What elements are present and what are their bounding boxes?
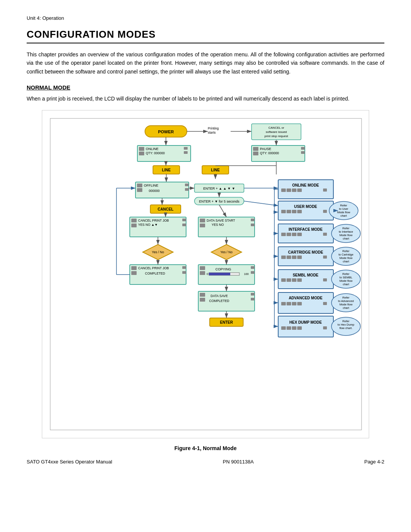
svg-text:ENTER: ENTER: [220, 320, 233, 324]
svg-rect-38: [137, 188, 142, 192]
svg-rect-76: [131, 224, 137, 227]
breadcrumb: Unit 4: Operation: [27, 15, 384, 21]
svg-rect-95: [297, 233, 302, 236]
svg-text:Mode flow: Mode flow: [339, 256, 353, 260]
svg-rect-168: [287, 302, 291, 305]
svg-rect-87: [251, 219, 255, 221]
svg-rect-65: [292, 210, 296, 213]
svg-rect-131: [200, 266, 205, 270]
section1-heading: NORMAL MODE: [27, 84, 384, 91]
svg-rect-67: [323, 210, 327, 213]
svg-rect-17: [184, 147, 188, 150]
svg-rect-64: [287, 210, 291, 213]
svg-rect-146: [297, 278, 302, 282]
section1-body: When a print job is received, the LCD wi…: [27, 94, 384, 103]
footer-middle: PN 9001138A: [223, 459, 254, 465]
svg-text:ONLINE MODE: ONLINE MODE: [292, 183, 319, 187]
svg-rect-132: [200, 271, 205, 275]
svg-rect-159: [200, 298, 205, 302]
svg-text:PAUSE: PAUSE: [260, 147, 271, 151]
svg-text:to SEMBL: to SEMBL: [339, 276, 352, 279]
page-title: CONFIGURATION MODES: [27, 29, 384, 43]
svg-rect-20: [253, 147, 258, 151]
svg-rect-183: [281, 326, 286, 330]
svg-text:COMPLETED: COMPLETED: [209, 299, 229, 303]
svg-rect-162: [251, 293, 255, 296]
svg-rect-56: [323, 189, 327, 192]
svg-text:CANCEL PRINT JOB: CANCEL PRINT JOB: [138, 266, 169, 270]
svg-rect-55: [297, 189, 302, 192]
svg-text:000000: 000000: [149, 189, 160, 193]
svg-rect-63: [281, 210, 286, 213]
svg-text:Yes / No: Yes / No: [220, 250, 233, 254]
svg-text:chart: chart: [343, 237, 350, 240]
svg-text:LINE: LINE: [162, 168, 171, 172]
svg-text:Refer: Refer: [342, 272, 350, 276]
svg-rect-139: [251, 271, 255, 274]
svg-rect-13: [139, 147, 144, 151]
svg-text:QTY: 000000: QTY: 000000: [146, 151, 165, 155]
svg-rect-167: [281, 302, 286, 305]
svg-rect-169: [292, 302, 296, 305]
diagram-container: POWER Printing starts CANCEL or software…: [42, 110, 369, 438]
svg-text:print stop request: print stop request: [264, 134, 288, 138]
footer-left: SATO GT4xxe Series Operator Manual: [27, 459, 112, 465]
svg-text:to Hex Dump: to Hex Dump: [338, 323, 354, 326]
svg-text:0: 0: [207, 272, 208, 276]
svg-text:COMPLETED: COMPLETED: [145, 272, 165, 275]
svg-rect-88: [251, 224, 255, 226]
svg-rect-52: [281, 189, 286, 192]
svg-rect-186: [297, 326, 302, 330]
svg-rect-145: [292, 278, 296, 282]
svg-rect-171: [323, 302, 327, 305]
svg-rect-111: [281, 256, 286, 259]
svg-rect-185: [292, 326, 296, 330]
svg-rect-124: [131, 271, 137, 275]
intro-paragraph: This chapter provides an overview of the…: [27, 50, 384, 76]
svg-text:ENTER + ▼ for 5 seconds: ENTER + ▼ for 5 seconds: [199, 200, 240, 203]
svg-rect-92: [281, 233, 286, 236]
svg-text:YES    NO: YES NO: [212, 223, 224, 227]
svg-text:Refer: Refer: [342, 320, 350, 323]
svg-text:Refer: Refer: [342, 249, 350, 253]
svg-rect-42: [185, 188, 189, 191]
svg-rect-36: [135, 182, 189, 198]
svg-text:flow chart.: flow chart.: [339, 326, 352, 330]
svg-rect-163: [251, 298, 255, 300]
svg-text:chart: chart: [343, 306, 350, 310]
svg-rect-54: [292, 189, 296, 192]
svg-text:OFFLINE: OFFLINE: [144, 184, 158, 187]
svg-rect-53: [287, 189, 291, 192]
svg-rect-187: [323, 326, 327, 329]
svg-rect-18: [184, 151, 188, 154]
svg-rect-25: [301, 151, 305, 154]
svg-text:Yes / No: Yes / No: [152, 250, 164, 254]
svg-text:100: 100: [244, 272, 249, 276]
svg-rect-84: [200, 224, 205, 227]
svg-rect-80: [182, 224, 186, 226]
svg-text:COPYING: COPYING: [215, 267, 231, 271]
svg-text:Printing: Printing: [208, 126, 219, 130]
svg-rect-93: [287, 233, 291, 236]
header: Unit 4: Operation: [27, 15, 384, 21]
svg-rect-24: [301, 147, 305, 150]
svg-text:to Advanced: to Advanced: [338, 299, 354, 303]
svg-text:chart: chart: [343, 260, 350, 263]
svg-rect-41: [185, 184, 189, 186]
svg-text:to Cartridge: to Cartridge: [338, 253, 353, 256]
svg-text:QTY: 000000: QTY: 000000: [260, 151, 279, 155]
svg-rect-112: [287, 256, 291, 259]
svg-text:CARTRIDGE MODE: CARTRIDGE MODE: [288, 250, 323, 254]
svg-rect-128: [182, 271, 186, 274]
svg-rect-114: [297, 256, 302, 259]
svg-text:Refer: Refer: [340, 204, 347, 207]
svg-rect-137: [209, 273, 230, 275]
footer: SATO GT4xxe Series Operator Manual PN 90…: [27, 459, 384, 465]
svg-text:ENTER + ▲ ▲ ▼ ▼: ENTER + ▲ ▲ ▼ ▼: [203, 187, 235, 190]
svg-text:chart: chart: [341, 214, 347, 217]
footer-right: Page 4-2: [364, 459, 384, 465]
svg-text:Mode flow: Mode flow: [339, 303, 353, 306]
svg-text:USER MODE: USER MODE: [294, 204, 317, 209]
svg-text:YES   NO   ▲▼: YES NO ▲▼: [138, 223, 158, 227]
svg-rect-170: [297, 302, 302, 305]
